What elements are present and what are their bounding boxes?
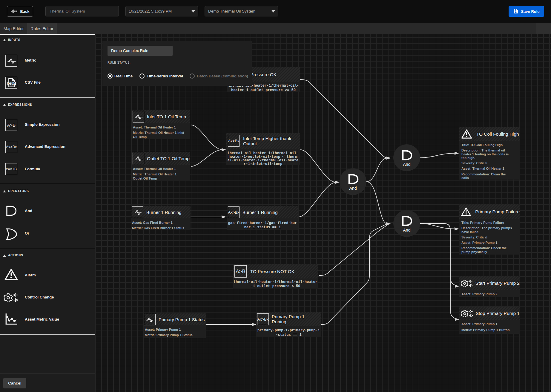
svg-text:CSV: CSV [8, 82, 15, 85]
